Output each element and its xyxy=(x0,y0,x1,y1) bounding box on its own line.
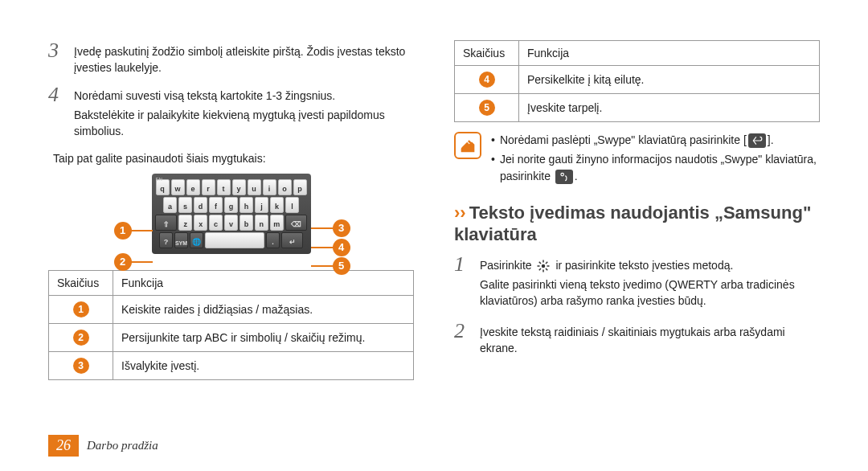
table-row: 3 Išvalykite įvestį. xyxy=(49,351,414,379)
chevron-icon: ›› xyxy=(454,203,466,223)
callout-line xyxy=(131,261,153,263)
intro-text: Taip pat galite pasinaudoti šiais mygtuk… xyxy=(48,150,414,166)
svg-point-2 xyxy=(542,264,546,268)
left-column: 3 Įvedę paskutinį žodžio simbolį atleisk… xyxy=(48,40,414,390)
callout-3: 3 xyxy=(333,219,350,237)
callout-2: 2 xyxy=(114,253,132,271)
lang-indicator: EN xyxy=(156,177,162,182)
key-f: f xyxy=(209,197,223,213)
keyboard: EN q w e r t y u i o p a s d xyxy=(152,174,311,254)
step-line: Norėdami suvesti visą tekstą kartokite 1… xyxy=(74,88,414,104)
key-space xyxy=(205,232,264,248)
key-r: r xyxy=(202,179,215,195)
svg-point-1 xyxy=(561,174,563,175)
key-i: i xyxy=(263,179,276,195)
key-e: e xyxy=(186,179,200,195)
row-badge: 5 xyxy=(479,100,495,116)
note-text: Jei norite gauti žinyno informacijos nau… xyxy=(500,153,817,182)
key-l: l xyxy=(285,197,299,213)
bullet-dot: • xyxy=(491,151,495,184)
table-row: 5 Įveskite tarpelį. xyxy=(455,94,820,122)
note-text: . xyxy=(575,170,578,182)
function-table-right: Skaičius Funkcija 4 Persikelkite į kitą … xyxy=(454,40,820,122)
table-row: 4 Persikelkite į kitą eilutę. xyxy=(455,66,820,94)
callout-5: 5 xyxy=(333,257,350,275)
note-text: Norėdami paslėpti „Swype" klaviatūrą pas… xyxy=(500,133,747,146)
table-row: 1 Keiskite raides į didžiąsias / mažąsia… xyxy=(49,295,414,323)
note-box: • Norėdami paslėpti „Swype" klaviatūrą p… xyxy=(454,132,820,187)
row-badge: 3 xyxy=(73,358,89,374)
key-u: u xyxy=(248,179,261,195)
step-text: Norėdami suvesti visą tekstą kartokite 1… xyxy=(74,84,414,143)
callout-line xyxy=(311,227,333,229)
col-header-number: Skaičius xyxy=(455,41,519,66)
key-shift: ⇧ xyxy=(155,215,177,231)
key-lang: 🌐 xyxy=(190,232,203,248)
key-enter: ↵ xyxy=(281,232,303,248)
row-function: Keiskite raides į didžiąsias / mažąsias. xyxy=(113,295,414,323)
key-backspace: ⌫ xyxy=(285,215,307,231)
note-icon xyxy=(454,132,481,159)
key-help: ? xyxy=(159,232,173,248)
key-q: q xyxy=(156,179,170,195)
key-p: p xyxy=(293,179,307,195)
step-2: 2 Įveskite tekstą raidiniais / skaitinia… xyxy=(454,321,820,357)
note-text: ]. xyxy=(768,133,774,146)
gear-icon xyxy=(536,259,551,273)
key-c: c xyxy=(209,215,223,231)
key-m: m xyxy=(270,215,284,231)
step-1: 1 Pasirinkite ir pasirinkite teksto įves… xyxy=(454,254,820,313)
row-function: Įveskite tarpelį. xyxy=(519,94,820,122)
key-s: s xyxy=(178,197,192,213)
note-line: Norėdami paslėpti „Swype" klaviatūrą pas… xyxy=(500,132,774,148)
key-h: h xyxy=(240,197,253,213)
col-header-function: Funkcija xyxy=(113,270,414,295)
heading-text: Teksto įvedimas naudojantis „Samsung" kl… xyxy=(454,203,811,245)
callout-line xyxy=(131,230,153,231)
step-line: Bakstelėkite ir palaikykite kiekvieną my… xyxy=(74,107,414,140)
back-key-icon xyxy=(748,133,766,148)
step-text: Pasirinkite ir pasirinkite teksto įvesti… xyxy=(480,254,820,313)
key-t: t xyxy=(217,179,231,195)
bullet-dot: • xyxy=(491,132,495,148)
step-number: 2 xyxy=(454,321,470,357)
key-w: w xyxy=(171,179,185,195)
key-g: g xyxy=(224,197,238,213)
text-part: Pasirinkite xyxy=(480,259,532,272)
step-3: 3 Įvedę paskutinį žodžio simbolį atleisk… xyxy=(48,40,414,76)
key-v: v xyxy=(224,215,238,231)
key-j: j xyxy=(255,197,268,213)
step-line: Pasirinkite ir pasirinkite teksto įvesti… xyxy=(480,257,820,273)
note-line: Jei norite gauti žinyno informacijos nau… xyxy=(500,151,820,184)
callout-1: 1 xyxy=(114,222,132,240)
section-heading: ››Teksto įvedimas naudojantis „Samsung" … xyxy=(454,202,820,246)
key-x: x xyxy=(194,215,207,231)
page-number: 26 xyxy=(48,435,79,457)
callout-line xyxy=(311,265,333,267)
step-number: 1 xyxy=(454,254,470,313)
step-4: 4 Norėdami suvesti visą tekstą kartokite… xyxy=(48,84,414,143)
row-function: Išvalykite įvestį. xyxy=(113,351,414,379)
step-text: Įvedę paskutinį žodžio simbolį atleiskit… xyxy=(74,40,414,76)
function-table-left: Skaičius Funkcija 1 Keiskite raides į di… xyxy=(48,270,414,380)
step-number: 4 xyxy=(48,84,64,143)
section-name: Darbo pradžia xyxy=(87,439,158,453)
key-o: o xyxy=(278,179,292,195)
note-body: • Norėdami paslėpti „Swype" klaviatūrą p… xyxy=(491,132,820,187)
callout-4: 4 xyxy=(333,239,350,256)
row-badge: 4 xyxy=(479,72,495,88)
key-b: b xyxy=(240,215,253,231)
key-period: . xyxy=(266,232,280,248)
right-column: Skaičius Funkcija 4 Persikelkite į kitą … xyxy=(454,40,820,390)
key-d: d xyxy=(194,197,207,213)
row-function: Persijunkite tarp ABC ir simbolių / skai… xyxy=(113,323,414,351)
key-sym: SYM xyxy=(174,232,188,248)
text-part: ir pasirinkite teksto įvesties metodą. xyxy=(555,259,733,272)
keyboard-diagram: EN q w e r t y u i o p a s d xyxy=(111,174,352,254)
key-k: k xyxy=(270,197,284,213)
key-n: n xyxy=(255,215,268,231)
table-row: 2 Persijunkite tarp ABC ir simbolių / sk… xyxy=(49,323,414,351)
row-function: Persikelkite į kitą eilutę. xyxy=(519,66,820,94)
row-badge: 2 xyxy=(73,330,89,346)
swype-help-icon xyxy=(555,170,573,184)
